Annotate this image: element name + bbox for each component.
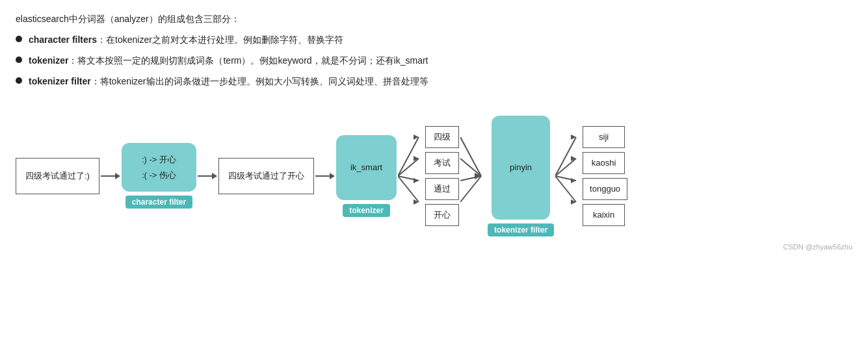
char-filter-label: character filter: [125, 196, 192, 209]
arrow-1: [101, 173, 120, 179]
intro-heading: elasticsearch中分词器（analyzer）的组成包含三部分：: [16, 12, 852, 26]
word-box-1: 考试: [425, 152, 459, 174]
bullet-dot-3: [16, 77, 22, 84]
word-box-2: 通过: [425, 178, 459, 200]
bullet-dot-2: [16, 57, 22, 63]
ik-inner: ik_smart: [336, 135, 397, 200]
arrow-head-3: [330, 173, 335, 179]
char-filter-inner: :) -> 开心 :( -> 伤心: [122, 143, 196, 192]
arrow-head-2: [212, 173, 217, 179]
svg-marker-6: [414, 178, 419, 183]
arrow-2: [198, 173, 217, 179]
output-row-0: siji: [583, 126, 627, 148]
output-row-3: kaixin: [583, 204, 627, 226]
arrow-line-1: [101, 175, 115, 177]
arrow-line-3: [315, 175, 330, 177]
bullet-text-3: tokenizer filter：将tokenizer输出的词条做进一步处理。例…: [29, 74, 428, 90]
pinyin-inner: pinyin: [492, 116, 550, 220]
arrow-3: [315, 173, 335, 179]
svg-line-9: [460, 159, 481, 176]
output-fanout-container: [555, 124, 581, 228]
char-filter-block: :) -> 开心 :( -> 伤心 character filter: [122, 143, 196, 209]
output-boxes: siji kaoshi tongguo kaixin: [583, 124, 627, 228]
svg-marker-19: [571, 178, 576, 183]
pinyin-block: pinyin tokenizer filter: [488, 116, 554, 236]
bullet-list: character filters：在tokenizer之前对文本进行处理。例如…: [16, 32, 852, 89]
bullet-dot-1: [16, 36, 22, 42]
fanin-container: [460, 124, 486, 228]
char-filter-line1: :) -> 开心: [133, 152, 185, 167]
diagram-area: 四级考试通过了:) :) -> 开心 :( -> 伤心 character fi…: [16, 101, 852, 251]
word-box-0: 四级: [425, 126, 459, 148]
arrow-head-1: [115, 173, 120, 179]
fanin-svg: [460, 124, 486, 228]
fanout-svg: [398, 124, 424, 228]
bullet-item-2: tokenizer：将文本按照一定的规则切割成词条（term）。例如keywor…: [16, 53, 852, 69]
output-box-3: kaixin: [583, 204, 625, 226]
output-box-0: siji: [583, 126, 625, 148]
input-box: 四级考试通过了:): [16, 158, 99, 194]
pinyin-label: tokenizer filter: [488, 223, 554, 236]
fanout-container: [398, 124, 424, 228]
char-filter-line2: :( -> 伤心: [133, 168, 185, 183]
output-fanout-svg: [555, 124, 581, 228]
svg-line-8: [460, 137, 481, 176]
term-box: 四级考试通过了开心: [218, 158, 314, 194]
svg-line-13: [555, 137, 576, 176]
bullet-item-3: tokenizer filter：将tokenizer输出的词条做进一步处理。例…: [16, 74, 852, 90]
bullet-text-2: tokenizer：将文本按照一定的规则切割成词条（term）。例如keywor…: [29, 53, 428, 69]
svg-line-0: [398, 137, 419, 176]
svg-line-1: [398, 159, 419, 176]
word-box-3: 开心: [425, 204, 459, 226]
word-boxes: 四级 考试 通过 开心: [425, 124, 459, 228]
output-box-2: tongguo: [583, 178, 627, 200]
bullet-text-1: character filters：在tokenizer之前对文本进行处理。例如…: [29, 32, 343, 48]
csdn-credit: CSDN @zhyaw56zhu: [783, 243, 852, 251]
svg-line-14: [555, 159, 576, 176]
output-box-1: kaoshi: [583, 152, 625, 174]
diagram-section: 四级考试通过了:) :) -> 开心 :( -> 伤心 character fi…: [16, 101, 852, 251]
output-row-1: kaoshi: [583, 152, 627, 174]
bullet-item-1: character filters：在tokenizer之前对文本进行处理。例如…: [16, 32, 852, 48]
ik-label: tokenizer: [343, 204, 390, 217]
ik-block: ik_smart tokenizer: [336, 135, 397, 217]
arrow-line-2: [198, 175, 212, 177]
output-row-2: tongguo: [583, 178, 627, 200]
